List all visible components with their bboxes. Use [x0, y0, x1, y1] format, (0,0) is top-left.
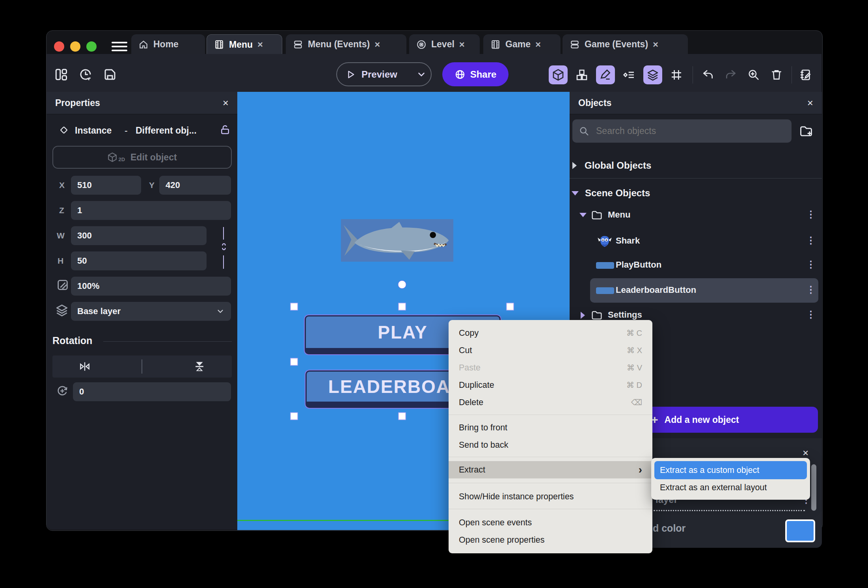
- resize-handle-middle-left[interactable]: [291, 358, 298, 366]
- menu-item-duplicate[interactable]: Duplicate⌘ D: [449, 376, 652, 394]
- close-icon[interactable]: ×: [803, 447, 808, 459]
- w-field[interactable]: [71, 226, 207, 245]
- tab-game-events[interactable]: Game (Events) ×: [563, 34, 688, 54]
- scene-properties-button[interactable]: [796, 65, 815, 84]
- kebab-menu-icon[interactable]: ⋮: [806, 284, 816, 295]
- zoom-button[interactable]: [744, 65, 763, 84]
- close-icon[interactable]: ×: [223, 97, 229, 109]
- resize-handle-top-center[interactable]: [399, 303, 406, 311]
- kebab-menu-icon[interactable]: ⋮: [806, 235, 816, 246]
- close-tab-icon[interactable]: ×: [374, 40, 380, 49]
- tab-level[interactable]: Level ×: [409, 34, 480, 54]
- edit-mode-button[interactable]: [596, 65, 615, 84]
- menu-item-bring-to-front[interactable]: Bring to front: [449, 419, 652, 436]
- save-button[interactable]: [101, 65, 119, 84]
- shark-instance[interactable]: [341, 219, 453, 262]
- traffic-light-close[interactable]: [54, 41, 64, 52]
- close-tab-icon[interactable]: ×: [535, 40, 541, 49]
- close-icon[interactable]: ×: [807, 97, 813, 109]
- edit-object-button[interactable]: 2D Edit object: [52, 146, 232, 169]
- x-field[interactable]: [71, 176, 141, 195]
- tab-menu[interactable]: Menu ×: [207, 34, 282, 54]
- resize-handle-bottom-center[interactable]: [399, 413, 406, 420]
- shark-object-icon: [597, 233, 613, 249]
- main-menu-button[interactable]: [112, 39, 127, 54]
- flip-vertical-icon[interactable]: [192, 360, 207, 373]
- instances-list-button[interactable]: [620, 65, 639, 84]
- layers-scrollbar[interactable]: [811, 464, 816, 511]
- submenu-item-extract-custom-object[interactable]: Extract as a custom object: [654, 461, 807, 479]
- menu-item-send-to-back[interactable]: Send to back: [449, 436, 652, 454]
- toolbar-divider: [792, 66, 792, 84]
- kebab-menu-icon[interactable]: ⋮: [806, 309, 816, 320]
- preview-button[interactable]: Preview: [336, 62, 432, 86]
- resize-handle-top-left[interactable]: [291, 303, 298, 311]
- add-new-object-button[interactable]: + Add a new object: [643, 407, 818, 433]
- traffic-light-zoom[interactable]: [86, 41, 97, 52]
- events-icon: [293, 39, 303, 50]
- tab-menu-events[interactable]: Menu (Events) ×: [286, 34, 406, 54]
- unlink-dimensions-icon[interactable]: [218, 241, 229, 252]
- objects-button[interactable]: [572, 65, 591, 84]
- layer-select[interactable]: Base layer: [71, 302, 231, 321]
- rotation-field[interactable]: [73, 382, 231, 401]
- opacity-field[interactable]: [71, 277, 231, 296]
- kebab-menu-icon[interactable]: ⋮: [806, 259, 816, 270]
- background-color-swatch[interactable]: [785, 519, 815, 542]
- resize-handle-top-right[interactable]: [507, 303, 514, 311]
- rotate-handle[interactable]: [398, 281, 406, 289]
- grid-button[interactable]: [667, 65, 686, 84]
- close-tab-icon[interactable]: ×: [653, 40, 658, 49]
- z-field[interactable]: [71, 201, 231, 220]
- menu-item-show-hide-instance-properties[interactable]: Show/Hide instance properties: [449, 488, 652, 505]
- object-row-playbutton[interactable]: PlayButton ⋮: [570, 257, 822, 274]
- scene-icon: [214, 39, 224, 50]
- share-button[interactable]: Share: [442, 62, 509, 86]
- y-field[interactable]: [159, 176, 231, 195]
- project-manager-button[interactable]: [52, 65, 71, 84]
- properties-header: Properties ×: [47, 92, 237, 114]
- h-field[interactable]: [71, 251, 207, 270]
- menu-divider: [449, 483, 652, 483]
- view-3d-toggle-button[interactable]: [549, 65, 568, 84]
- flip-buttons-bar: [52, 355, 232, 378]
- undo-button[interactable]: [698, 65, 717, 84]
- tab-game[interactable]: Game ×: [483, 34, 561, 54]
- object-row-shark[interactable]: Shark ⋮: [570, 233, 822, 250]
- chevron-down-icon[interactable]: [416, 69, 427, 80]
- screen: { "icons": {"close":"×","kebab":"⋮","arr…: [0, 0, 868, 588]
- menu-item-cut[interactable]: Cut⌘ X: [449, 342, 652, 359]
- menu-item-copy[interactable]: Copy⌘ C: [449, 324, 652, 342]
- rotation-divider: [103, 341, 232, 342]
- submenu-item-extract-external-layout[interactable]: Extract as an external layout: [654, 479, 807, 496]
- lock-open-icon[interactable]: [219, 124, 231, 136]
- object-row-leaderboardbutton[interactable]: LeaderboardButton ⋮: [590, 278, 818, 303]
- traffic-light-minimize[interactable]: [70, 41, 80, 52]
- search-input[interactable]: [595, 125, 785, 137]
- scene-objects-header[interactable]: Scene Objects: [572, 184, 816, 203]
- trash-button[interactable]: [767, 65, 786, 84]
- object-folder-menu[interactable]: Menu ⋮: [570, 207, 822, 224]
- share-label: Share: [470, 69, 497, 80]
- search-objects-input[interactable]: [572, 119, 792, 143]
- tab-home[interactable]: Home: [131, 34, 205, 54]
- menu-item-open-scene-properties[interactable]: Open scene properties: [449, 531, 652, 549]
- flip-horizontal-icon[interactable]: [77, 360, 92, 373]
- close-tab-icon[interactable]: ×: [257, 40, 263, 49]
- layers-panel-button[interactable]: [643, 65, 662, 84]
- z-field-label: Z: [59, 206, 64, 215]
- global-objects-header[interactable]: Global Objects: [572, 156, 817, 175]
- add-folder-icon[interactable]: [799, 124, 814, 139]
- resize-handle-bottom-left[interactable]: [291, 413, 298, 420]
- toolbar-divider: [693, 66, 693, 84]
- close-tab-icon[interactable]: ×: [459, 40, 465, 49]
- menu-item-extract[interactable]: Extract ›: [449, 461, 652, 478]
- redo-button[interactable]: [721, 65, 740, 84]
- history-button[interactable]: [76, 65, 95, 84]
- folder-icon: [590, 209, 603, 221]
- kebab-menu-icon[interactable]: ⋮: [806, 209, 816, 220]
- x-field-label: X: [59, 180, 65, 190]
- menu-item-delete[interactable]: Delete⌫: [449, 394, 652, 411]
- menu-item-open-scene-events[interactable]: Open scene events: [449, 514, 652, 531]
- layers-divider: [654, 510, 805, 511]
